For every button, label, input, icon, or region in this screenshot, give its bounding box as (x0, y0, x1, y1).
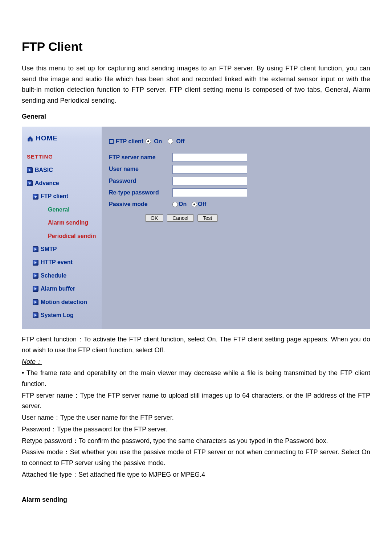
test-button[interactable]: Test (197, 214, 218, 222)
sidebar-home-label: HOME (36, 132, 58, 144)
sidebar-item-periodical-sending[interactable]: Periodical sendin (22, 230, 102, 243)
note-body: • The frame rate and operability on the … (22, 368, 370, 389)
note-header: Note： (22, 358, 42, 365)
folder-open-icon (27, 180, 33, 186)
sidebar-setting-label: SETTING (22, 149, 102, 164)
sidebar: HOME SETTING BASIC Advance FTP client Ge… (22, 127, 102, 329)
radio-label-off: Off (176, 137, 184, 146)
page-title: FTP Client (22, 36, 370, 57)
sidebar-item-schedule[interactable]: Schedule (22, 269, 102, 282)
input-retype-password[interactable] (172, 188, 247, 197)
sidebar-item-alarm-buffer[interactable]: Alarm buffer (22, 282, 102, 295)
label-passive-mode: Passive mode (109, 200, 172, 209)
input-ftp-server-name[interactable] (172, 153, 247, 162)
bullet-square-icon (109, 139, 114, 144)
sidebar-item-label: Alarm sending (48, 218, 88, 227)
radio-label-passive-off: Off (198, 200, 206, 209)
desc-attached-file-type: Attached file type：Set attached file typ… (22, 469, 370, 480)
sidebar-item-label: Motion detection (41, 297, 87, 307)
input-password[interactable] (172, 177, 247, 185)
label-retype-password: Re-type password (109, 188, 172, 197)
ok-button[interactable]: OK (145, 214, 163, 222)
sidebar-item-alarm-sending[interactable]: Alarm sending (22, 216, 102, 229)
section-label-alarm-sending: Alarm sending (22, 495, 370, 505)
settings-panel: HOME SETTING BASIC Advance FTP client Ge… (22, 127, 370, 329)
ftp-client-off-radio[interactable] (168, 139, 173, 144)
cancel-button[interactable]: Cancel (167, 214, 194, 222)
desc-passive-mode: Passive mode：Set whether you use the pas… (22, 447, 370, 468)
sidebar-item-label: Schedule (41, 271, 66, 280)
folder-closed-icon (33, 312, 38, 318)
folder-closed-icon (27, 167, 33, 173)
sidebar-item-label: FTP client (41, 192, 68, 201)
sidebar-item-basic[interactable]: BASIC (22, 164, 102, 177)
sidebar-item-label: HTTP event (41, 258, 73, 267)
label-ftp-server-name: FTP server name (109, 153, 172, 162)
ftp-client-on-radio[interactable] (146, 139, 151, 144)
radio-label-passive-on: On (179, 200, 187, 209)
folder-closed-icon (33, 246, 38, 252)
sidebar-item-label: Periodical sendin (48, 231, 96, 241)
sidebar-item-motion-detection[interactable]: Motion detection (22, 296, 102, 309)
folder-closed-icon (33, 286, 38, 292)
sidebar-item-ftp-client[interactable]: FTP client (22, 190, 102, 203)
home-icon (27, 135, 33, 140)
desc-ftp-server-name: FTP server name：Type the FTP server name… (22, 390, 370, 412)
desc-user-name: User name：Type the user name for the FTP… (22, 413, 370, 423)
folder-open-icon (33, 194, 38, 200)
input-user-name[interactable] (172, 165, 247, 174)
sidebar-item-label: Alarm buffer (41, 284, 75, 294)
desc-password: Password：Type the password for the FTP s… (22, 424, 370, 435)
sidebar-item-label: System Log (41, 311, 74, 320)
intro-paragraph: Use this menu to set up for capturing an… (22, 63, 370, 106)
sidebar-item-label: Advance (35, 178, 59, 188)
label-user-name: User name (109, 164, 172, 174)
ftp-client-toggle-row: FTP client On Off (109, 137, 367, 146)
sidebar-item-advance[interactable]: Advance (22, 177, 102, 190)
section-label-general: General (22, 111, 370, 122)
folder-closed-icon (33, 299, 38, 305)
label-password: Password (109, 176, 172, 186)
sidebar-item-label: SMTP (41, 245, 57, 254)
radio-label-on: On (154, 137, 162, 146)
sidebar-item-system-log[interactable]: System Log (22, 309, 102, 322)
sidebar-item-http-event[interactable]: HTTP event (22, 256, 102, 269)
desc-ftp-client-function: FTP client function：To activate the FTP … (22, 334, 370, 356)
sidebar-item-general[interactable]: General (22, 203, 102, 216)
sidebar-home[interactable]: HOME (22, 130, 102, 149)
desc-retype-password: Retype password：To confirm the password,… (22, 436, 370, 447)
passive-mode-row: Passive mode On Off (109, 200, 367, 209)
ftp-client-header-label: FTP client (116, 137, 143, 146)
passive-off-radio[interactable] (192, 202, 197, 207)
folder-closed-icon (33, 273, 38, 279)
folder-closed-icon (33, 260, 38, 266)
sidebar-item-smtp[interactable]: SMTP (22, 243, 102, 256)
sidebar-item-label: BASIC (35, 165, 53, 175)
content-pane: FTP client On Off FTP server name User n… (102, 127, 370, 329)
sidebar-item-label: General (48, 205, 70, 214)
passive-on-radio[interactable] (172, 202, 178, 207)
